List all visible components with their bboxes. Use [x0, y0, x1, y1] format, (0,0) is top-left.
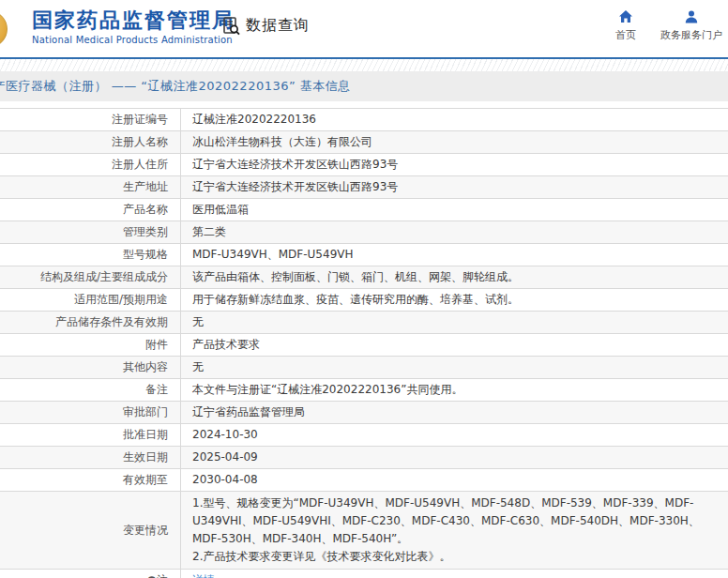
brand-title-cn: 国家药品监督管理局 [32, 8, 235, 33]
table-row: 附件 产品技术要求 [0, 334, 728, 357]
row-label: 产品名称 [0, 199, 181, 221]
row-label: 注册证编号 [0, 109, 181, 130]
table-row: 其他内容 无 [0, 357, 728, 379]
row-label: 审批部门 [0, 402, 181, 423]
row-label: 生产地址 [0, 176, 181, 198]
table-row: 注册人住所 辽宁省大连经济技术开发区铁山西路93号 [0, 154, 728, 176]
row-value: 2030-04-08 [181, 469, 728, 491]
row-value: 无 [181, 357, 728, 378]
row-value: 详情 [181, 570, 728, 578]
table-row: 结构及组成/主要组成成分 该产品由箱体、控制面板、门锁、箱门、机组、网架、脚轮组… [0, 266, 728, 289]
user-icon [684, 9, 699, 24]
hatched-divider [0, 59, 728, 71]
table-row: 型号规格 MDF-U349VH、MDF-U549VH [0, 244, 728, 266]
row-label: 适用范围/预期用途 [0, 289, 181, 311]
row-value: 1.型号、规格变更为“MDF-U349VH、MDF-U549VH、MDF-548… [181, 492, 728, 569]
table-row: 备注 本文件与注册证“辽械注准20202220136”共同使用。 [0, 379, 728, 402]
row-value: 第二类 [181, 221, 728, 243]
table-row: 生产地址 辽宁省大连经济技术开发区铁山西路93号 [0, 176, 728, 199]
top-navigation: 首页 政务服务门户 [615, 9, 722, 42]
row-value: 医用低温箱 [181, 199, 728, 221]
row-label: 有效期至 [0, 469, 181, 491]
top-header: 国家药品监督管理局 National Medical Products Admi… [0, 0, 728, 59]
table-row: 批准日期 2024-10-30 [0, 424, 728, 447]
table-row-note: ●注 详情 [0, 570, 728, 578]
row-value: 2025-04-09 [181, 447, 728, 468]
table-row: 注册人名称 冰山松洋生物科技（大连）有限公司 [0, 131, 728, 154]
row-value: 用于储存新鲜冻结血浆、疫苗、遗传研究用的酶、培养基、试剂。 [181, 289, 728, 311]
brand-block: 国家药品监督管理局 National Medical Products Admi… [32, 8, 235, 45]
breadcrumb: 国产医疗器械（注册） —— “辽械注准20202220136” 基本信息 [0, 78, 351, 95]
row-label: 批准日期 [0, 424, 181, 446]
data-query-title: 数据查询 [246, 16, 310, 36]
row-value: 无 [181, 312, 728, 333]
detail-link[interactable]: 详情 [192, 571, 215, 578]
row-value: 辽宁省大连经济技术开发区铁山西路93号 [181, 176, 728, 198]
row-value: 产品技术要求 [181, 334, 728, 356]
spacer [0, 101, 728, 108]
row-value: 辽宁省大连经济技术开发区铁山西路93号 [181, 154, 728, 175]
nav-home[interactable]: 首页 [615, 9, 636, 42]
row-label: 附件 [0, 334, 181, 356]
table-row: 生效日期 2025-04-09 [0, 447, 728, 469]
table-row: 管理类别 第二类 [0, 221, 728, 244]
table-row: 产品名称 医用低温箱 [0, 199, 728, 221]
row-value: 2024-10-30 [181, 424, 728, 446]
table-row: 产品储存条件及有效期 无 [0, 312, 728, 334]
row-label: 其他内容 [0, 357, 181, 378]
row-label: ●注 [0, 570, 181, 578]
row-value: 该产品由箱体、控制面板、门锁、箱门、机组、网架、脚轮组成。 [181, 266, 728, 288]
row-label: 结构及组成/主要组成成分 [0, 266, 181, 288]
row-value: 辽宁省药品监督管理局 [181, 402, 728, 423]
row-label: 生效日期 [0, 447, 181, 468]
registration-info-table: 注册证编号 辽械注准20202220136 注册人名称 冰山松洋生物科技（大连）… [0, 108, 728, 578]
table-row: 审批部门 辽宁省药品监督管理局 [0, 402, 728, 424]
national-emblem-icon [0, 10, 8, 48]
table-row: 有效期至 2030-04-08 [0, 469, 728, 492]
row-label: 管理类别 [0, 221, 181, 243]
breadcrumb-bar: 国产医疗器械（注册） —— “辽械注准20202220136” 基本信息 [0, 71, 728, 101]
row-value: MDF-U349VH、MDF-U549VH [181, 244, 728, 266]
nav-portal[interactable]: 政务服务门户 [660, 9, 722, 42]
nav-home-label: 首页 [615, 28, 636, 42]
row-label: 变更情况 [0, 492, 181, 569]
row-value: 辽械注准20202220136 [181, 109, 728, 130]
row-label: 注册人名称 [0, 131, 181, 153]
home-icon [618, 9, 633, 24]
document-search-icon [222, 17, 241, 36]
page: 国家药品监督管理局 National Medical Products Admi… [0, 0, 728, 578]
row-label: 备注 [0, 379, 181, 401]
row-label: 产品储存条件及有效期 [0, 312, 181, 333]
brand-title-en: National Medical Products Administration [32, 35, 235, 45]
row-value: 冰山松洋生物科技（大连）有限公司 [181, 131, 728, 153]
row-value: 本文件与注册证“辽械注准20202220136”共同使用。 [181, 379, 728, 401]
table-row-change-info: 变更情况 1.型号、规格变更为“MDF-U349VH、MDF-U549VH、MD… [0, 492, 728, 570]
row-label: 型号规格 [0, 244, 181, 266]
table-row: 适用范围/预期用途 用于储存新鲜冻结血浆、疫苗、遗传研究用的酶、培养基、试剂。 [0, 289, 728, 312]
table-row: 注册证编号 辽械注准20202220136 [0, 109, 728, 131]
nav-portal-label: 政务服务门户 [660, 28, 722, 42]
data-query-section[interactable]: 数据查询 [222, 16, 310, 36]
row-label: 注册人住所 [0, 154, 181, 175]
